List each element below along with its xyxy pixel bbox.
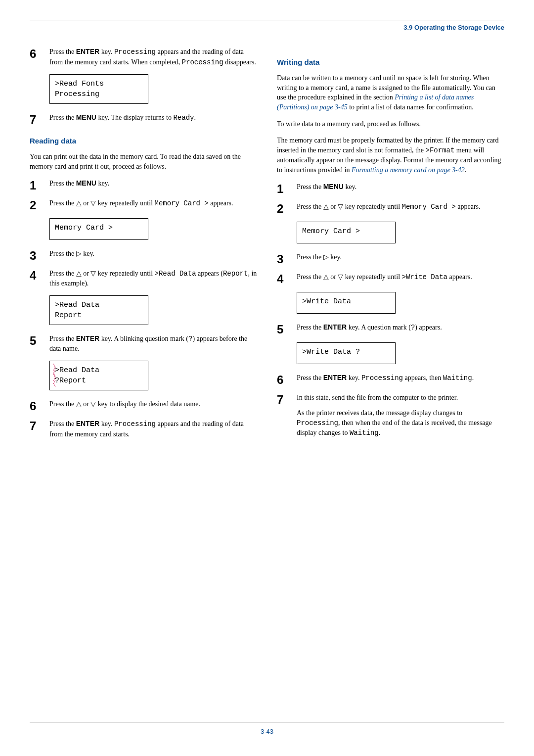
step-number-4: 4	[277, 272, 297, 285]
read-data-text: >Read Data	[155, 270, 196, 278]
writing-data-heading: Writing data	[277, 57, 504, 67]
display-line1: \ // \>Read Data	[55, 365, 143, 376]
memory-card-text: Memory Card >	[155, 199, 209, 207]
writing-step-4: 4 Press the or key repeatedly until >Wri…	[277, 272, 504, 285]
reading-step-7: 7 Press the ENTER key. Processing appear…	[30, 419, 257, 439]
menu-key-label: MENU	[76, 113, 96, 121]
reading-step-4: 4 Press the or key repeatedly until >Rea…	[30, 269, 257, 288]
display-line1: >Read Data	[55, 300, 143, 310]
step-number-6: 6	[277, 373, 297, 386]
step-body: In this state, send the file from the co…	[297, 393, 504, 438]
formatting-link[interactable]: Formatting a memory card on page 3-42	[352, 166, 465, 174]
lcd-display-read-fonts: >Read Fonts Processing	[49, 74, 148, 104]
lcd-display-memory-card-r: Memory Card >	[297, 222, 396, 243]
step-body: Press the MENU key. The display returns …	[49, 113, 257, 123]
right-arrow-icon	[76, 250, 82, 257]
display-line2: Processing	[55, 89, 143, 99]
memory-card-text: Memory Card >	[402, 203, 456, 211]
step-number-3: 3	[30, 249, 49, 262]
writing-step-5: 5 Press the ENTER key. A question mark (…	[277, 323, 504, 335]
down-arrow-icon	[90, 199, 96, 207]
step7-text-b: As the printer receives data, the messag…	[297, 408, 504, 438]
enter-key-label: ENTER	[323, 374, 347, 381]
reading-step-3: 3 Press the key.	[30, 249, 257, 262]
ready-text: Ready	[173, 114, 194, 122]
step-number-1: 1	[30, 179, 49, 191]
step-body: Press the ENTER key. A question mark (?)…	[297, 323, 504, 333]
waiting-text: Waiting	[350, 429, 379, 437]
enter-key-label: ENTER	[76, 47, 99, 55]
lcd-display-memory-card: Memory Card >	[49, 218, 148, 240]
writing-step-6: 6 Press the ENTER key. Processing appear…	[277, 373, 504, 386]
display-line: >Write Data	[302, 296, 390, 307]
processing-text: Processing	[297, 419, 338, 427]
enter-key-label: ENTER	[76, 420, 99, 427]
content-columns: 6 Press the ENTER key. Processing appear…	[30, 47, 504, 446]
reading-step-6: 6 Press the or key to display the desire…	[30, 399, 257, 412]
display-line: Memory Card >	[302, 226, 390, 236]
blink-indicator-icon: \ // \	[53, 376, 59, 387]
processing-text: Processing	[361, 374, 403, 382]
writing-step-7: 7 In this state, send the file from the …	[277, 393, 504, 438]
down-arrow-icon	[90, 270, 96, 277]
down-arrow-icon	[338, 203, 343, 210]
step-body: Press the ENTER key. Processing appears,…	[297, 373, 504, 383]
lcd-display-read-data-blink: \ // \>Read Data \ // \?Report	[49, 361, 148, 390]
up-arrow-icon	[76, 270, 82, 277]
step-body: Press the key.	[297, 252, 504, 262]
step-body: Press the or key repeatedly until >Write…	[297, 272, 504, 283]
format-text: >Format	[426, 146, 455, 154]
waiting-text: Waiting	[443, 374, 472, 382]
step-7-top: 7 Press the MENU key. The display return…	[30, 113, 257, 126]
writing-step-3: 3 Press the key.	[277, 252, 504, 265]
up-arrow-icon	[76, 199, 82, 207]
menu-key-label: MENU	[323, 183, 344, 190]
step-number-3: 3	[277, 252, 297, 265]
writing-step-2: 2 Press the or key repeatedly until Memo…	[277, 202, 504, 215]
page-footer: 3-43	[30, 722, 504, 736]
right-column: Writing data Data can be written to a me…	[277, 47, 504, 446]
intro-text-b: to print a list of data names for confir…	[348, 103, 474, 111]
step-body: Press the key.	[49, 249, 257, 259]
writing-intro-3: The memory card must be properly formatt…	[277, 136, 504, 175]
step-body: Press the or key repeatedly until Memory…	[297, 202, 504, 212]
lcd-display-read-data: >Read Data Report	[49, 295, 148, 325]
display-line2: Report	[55, 310, 143, 321]
up-arrow-icon	[323, 273, 329, 281]
lcd-display-write-data-q: >Write Data ?	[297, 342, 396, 364]
reading-step-5: 5 Press the ENTER key. A blinking questi…	[30, 334, 257, 354]
section-header: 3.9 Operating the Storage Device	[30, 23, 504, 32]
processing-text: Processing	[114, 48, 156, 56]
qmark-text: ?	[188, 335, 192, 343]
step-number-2: 2	[30, 198, 49, 211]
step-number-2: 2	[277, 202, 297, 215]
display-line: >Write Data ?	[302, 347, 390, 357]
lcd-display-write-data: >Write Data	[297, 292, 396, 314]
down-arrow-icon	[90, 400, 96, 408]
enter-key-label: ENTER	[323, 323, 347, 331]
step-number-4: 4	[30, 269, 49, 282]
step-body: Press the ENTER key. A blinking question…	[49, 334, 257, 354]
step-number-6: 6	[30, 47, 49, 60]
step-number-5: 5	[277, 323, 297, 335]
left-column: 6 Press the ENTER key. Processing appear…	[30, 47, 257, 446]
up-arrow-icon	[76, 400, 82, 408]
step-body: Press the ENTER key. Processing appears …	[49, 419, 257, 439]
processing-text2: Processing	[182, 58, 223, 66]
step-number-7: 7	[30, 419, 49, 432]
processing-text: Processing	[114, 420, 156, 428]
writing-intro-2: To write data to a memory card, proceed …	[277, 119, 504, 129]
step7-text: In this state, send the file from the co…	[297, 393, 504, 403]
step-number-1: 1	[277, 182, 297, 195]
reading-step-2: 2 Press the or key repeatedly until Memo…	[30, 198, 257, 211]
right-arrow-icon	[323, 253, 329, 261]
step-number-6: 6	[30, 399, 49, 412]
display-line1: >Read Fonts	[55, 79, 143, 89]
step-number-7: 7	[277, 393, 297, 406]
display-line: Memory Card >	[55, 223, 143, 233]
reading-step-1: 1 Press the MENU key.	[30, 179, 257, 191]
down-arrow-icon	[338, 273, 343, 281]
writing-step-1: 1 Press the MENU key.	[277, 182, 504, 195]
period: .	[465, 166, 467, 174]
step-body: Press the MENU key.	[297, 182, 504, 192]
